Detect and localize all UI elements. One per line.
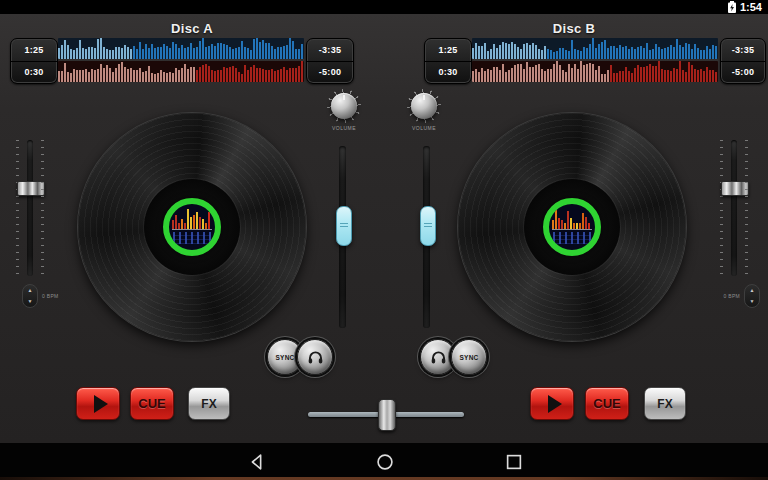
deck-a-waveform[interactable] <box>58 38 304 82</box>
deck-b-waveform[interactable] <box>472 38 718 82</box>
dj-app-screen: 1:54 Disc A Disc B 1:25 0:30 -3:35 -5:00… <box>0 0 768 480</box>
deck-a-record-label <box>144 179 240 275</box>
deck-a-volume-slider[interactable] <box>339 146 346 328</box>
deck-b-record-label <box>524 179 620 275</box>
deck-a-waveform-bottom <box>58 61 304 82</box>
deck-b-volume-slider[interactable] <box>423 146 430 328</box>
deck-b-equalizer-art <box>552 208 592 230</box>
deck-b-fx-button[interactable]: FX <box>644 387 686 420</box>
up-arrow-icon: ▲ <box>28 288 33 293</box>
deck-a-equalizer-art-bottom <box>173 232 211 244</box>
deck-b-bpm-stepper[interactable]: ▲ ▼ <box>744 284 760 308</box>
deck-b-remaining-time: -3:35 <box>721 39 765 62</box>
android-nav-bar <box>0 443 768 480</box>
deck-a-title: Disc A <box>0 21 384 36</box>
deck-b-volume-slider-thumb[interactable] <box>420 206 436 246</box>
deck-a-volume-slider-thumb[interactable] <box>336 206 352 246</box>
headphone-icon <box>429 348 448 367</box>
deck-b-volume-label: VOLUME <box>394 125 454 131</box>
headphone-icon <box>306 348 325 367</box>
deck-a-volume-knob[interactable] <box>331 93 357 119</box>
sync-label: SYNC <box>460 354 479 361</box>
app-background: Disc A Disc B 1:25 0:30 -3:35 -5:00 1:25… <box>0 14 768 443</box>
fx-label: FX <box>201 397 216 411</box>
deck-a-fx-button[interactable]: FX <box>188 387 230 420</box>
crossfader-thumb[interactable] <box>378 399 396 431</box>
deck-b-time-display-left[interactable]: 1:25 0:30 <box>424 38 472 84</box>
deck-b-waveform-bottom <box>472 61 718 82</box>
home-button[interactable] <box>373 450 396 473</box>
deck-b-turntable[interactable] <box>458 113 686 341</box>
deck-b-pitch-thumb[interactable] <box>721 181 749 196</box>
back-icon <box>247 452 267 472</box>
clock: 1:54 <box>740 1 762 13</box>
home-icon <box>375 452 395 472</box>
back-button[interactable] <box>245 450 268 473</box>
deck-a-play-button[interactable] <box>76 387 120 420</box>
deck-b-total-remaining-time: -5:00 <box>721 62 765 84</box>
deck-a-bpm-stepper[interactable]: ▲ ▼ <box>22 284 38 308</box>
deck-b-waveform-top <box>472 38 718 59</box>
fx-label: FX <box>657 397 672 411</box>
deck-a-total-remaining-time: -5:00 <box>307 62 353 84</box>
deck-a-pitch-thumb[interactable] <box>17 181 45 196</box>
deck-a-pitch-fader[interactable] <box>20 140 40 276</box>
deck-a-equalizer-art <box>172 208 212 230</box>
deck-a-time-display-right[interactable]: -3:35 -5:00 <box>306 38 354 84</box>
deck-b-title: Disc B <box>384 21 764 36</box>
deck-a-waveform-top <box>58 38 304 59</box>
deck-a-elapsed-time: 1:25 <box>11 39 57 62</box>
sync-label: SYNC <box>276 354 295 361</box>
status-right-cluster: 1:54 <box>727 0 762 14</box>
deck-b-time-display-right[interactable]: -3:35 -5:00 <box>720 38 766 84</box>
deck-b-record-center-art <box>543 198 601 256</box>
deck-a-cue-button[interactable]: CUE <box>130 387 174 420</box>
play-icon <box>94 395 108 413</box>
deck-b-play-button[interactable] <box>530 387 574 420</box>
deck-a-cue-time: 0:30 <box>11 62 57 84</box>
recents-button[interactable] <box>502 450 525 473</box>
deck-a-headphone-cue-button[interactable] <box>297 339 333 375</box>
play-icon <box>548 395 562 413</box>
deck-b-elapsed-time: 1:25 <box>425 39 471 62</box>
deck-a-remaining-time: -3:35 <box>307 39 353 62</box>
deck-a-turntable[interactable] <box>78 113 306 341</box>
deck-a-pitch-track[interactable] <box>27 140 33 276</box>
crossfader[interactable] <box>308 399 464 429</box>
deck-b-pitch-track[interactable] <box>731 140 737 276</box>
battery-charging-icon <box>727 1 737 13</box>
recents-icon <box>504 452 524 472</box>
deck-b-cue-time: 0:30 <box>425 62 471 84</box>
deck-b-pitch-fader[interactable] <box>724 140 744 276</box>
deck-b-volume-knob[interactable] <box>411 93 437 119</box>
deck-a-volume-label: VOLUME <box>314 125 374 131</box>
up-arrow-icon: ▲ <box>750 288 755 293</box>
deck-a-time-display-left[interactable]: 1:25 0:30 <box>10 38 58 84</box>
deck-a-volume-knob-ticks <box>327 89 361 123</box>
deck-b-bpm-readout: 0 BPM <box>712 293 740 299</box>
cue-label: CUE <box>138 396 165 411</box>
deck-b-equalizer-art-bottom <box>553 232 591 244</box>
down-arrow-icon: ▼ <box>28 299 33 304</box>
deck-a-record-center-art <box>163 198 221 256</box>
status-bar: 1:54 <box>0 0 768 14</box>
cue-label: CUE <box>593 396 620 411</box>
down-arrow-icon: ▼ <box>750 299 755 304</box>
deck-a-bpm-readout: 0 BPM <box>42 293 59 299</box>
deck-b-cue-button[interactable]: CUE <box>585 387 629 420</box>
deck-b-volume-knob-ticks <box>407 89 441 123</box>
deck-b-sync-button[interactable]: SYNC <box>451 339 487 375</box>
